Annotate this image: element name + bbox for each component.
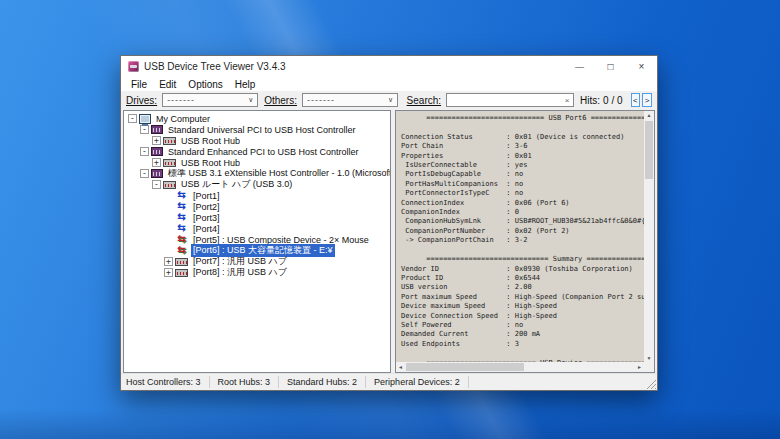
scroll-down-icon[interactable]: ▼ [647, 354, 652, 362]
prev-hit-button[interactable]: < [631, 93, 641, 107]
menu-help[interactable]: Help [229, 79, 262, 90]
status-standard-hubs: Standard Hubs: 2 [279, 376, 366, 388]
tree-item[interactable]: ⇆[Port1] [125, 190, 390, 201]
menu-bar: FileEditOptionsHelp [121, 77, 657, 91]
hub-icon [163, 159, 176, 167]
chevron-down-icon: ∨ [248, 96, 257, 104]
scroll-up-icon[interactable]: ▲ [647, 111, 652, 119]
tree-item-label: My Computer [154, 114, 212, 124]
menu-edit[interactable]: Edit [153, 79, 182, 90]
hub-icon [175, 258, 188, 266]
details-panel: ============================ USB Port6 =… [395, 110, 655, 373]
horizontal-scrollbar[interactable]: ◄ ► [396, 362, 644, 372]
tree-item[interactable]: -Standard Universal PCI to USB Host Cont… [125, 124, 390, 135]
hits-label: Hits: [580, 95, 600, 106]
minimize-button[interactable]: — [564, 56, 595, 77]
tree-item[interactable]: -Standard Enhanced PCI to USB Host Contr… [125, 146, 390, 157]
vertical-scroll-thumb[interactable] [645, 121, 653, 179]
status-peripheral-devices: Peripheral Devices: 2 [366, 376, 469, 388]
close-button[interactable]: × [626, 56, 657, 77]
tree-item-label: [Port8] : 汎用 USB ハブ [191, 266, 289, 279]
expand-icon[interactable]: + [152, 136, 161, 145]
window-title: USB Device Tree Viewer V3.4.3 [144, 61, 286, 72]
desktop-wallpaper: USB Device Tree Viewer V3.4.3 — □ × File… [0, 0, 780, 439]
hub-icon [163, 137, 176, 145]
tree-item[interactable]: +USB Root Hub [125, 135, 390, 146]
expand-icon[interactable]: + [164, 268, 173, 277]
drives-value: ------- [167, 95, 195, 105]
scrollbar-corner [644, 362, 654, 372]
collapse-icon[interactable]: - [140, 125, 149, 134]
tree-item-label: USB Root Hub [179, 158, 242, 168]
computer-icon [139, 114, 151, 124]
next-hit-button[interactable]: > [642, 93, 652, 107]
maximize-button[interactable]: □ [595, 56, 626, 77]
port-connected-icon: ⇆ [175, 245, 188, 256]
others-label: Others: [264, 95, 297, 106]
tree-item-label: [Port2] [191, 202, 222, 212]
others-value: ------- [307, 95, 335, 105]
tree-item-label: Standard Universal PCI to USB Host Contr… [166, 125, 358, 135]
tree-item-label: [Port4] [191, 224, 222, 234]
main-content: -My Computer-Standard Universal PCI to U… [123, 110, 655, 373]
clear-search-icon[interactable]: × [561, 96, 573, 105]
window-controls: — □ × [564, 56, 657, 77]
search-label: Search: [407, 95, 441, 106]
tree-item[interactable]: ⇆[Port2] [125, 201, 390, 212]
tree-item[interactable]: -USB ルート ハブ (USB 3.0) [125, 179, 390, 190]
controller-icon [151, 125, 163, 134]
collapse-icon[interactable]: - [128, 114, 137, 123]
vertical-scrollbar[interactable]: ▲ ▼ [644, 111, 654, 362]
horizontal-scroll-thumb[interactable] [406, 363, 524, 371]
tree-item[interactable]: ⇆[Port4] [125, 223, 390, 234]
expand-icon[interactable]: + [164, 257, 173, 266]
menu-file[interactable]: File [125, 79, 153, 90]
tree-item-label: [Port1] [191, 191, 222, 201]
app-icon [128, 61, 139, 72]
tree-item[interactable]: +[Port8] : 汎用 USB ハブ [125, 267, 390, 278]
scroll-right-icon[interactable]: ► [635, 364, 644, 370]
tree-item-label: Standard Enhanced PCI to USB Host Contro… [166, 147, 361, 157]
app-window: USB Device Tree Viewer V3.4.3 — □ × File… [120, 55, 658, 391]
details-text: ============================ USB Port6 =… [396, 111, 644, 362]
title-bar[interactable]: USB Device Tree Viewer V3.4.3 — □ × [121, 56, 657, 77]
hub-icon [175, 269, 188, 277]
tree-item-label: [Port5] : USB Composite Device - 2× Mous… [191, 235, 371, 245]
controller-icon [151, 169, 163, 178]
hits-value: 0 / 0 [603, 95, 622, 106]
drives-combobox[interactable]: ------- ∨ [162, 93, 258, 107]
status-host-controllers: Host Controllers: 3 [121, 376, 210, 388]
tree-item-label: [Port3] [191, 213, 222, 223]
others-combobox[interactable]: ------- ∨ [302, 93, 398, 107]
tree-item-label: USB ルート ハブ (USB 3.0) [179, 178, 294, 191]
device-tree: -My Computer-Standard Universal PCI to U… [123, 110, 391, 373]
collapse-icon[interactable]: - [152, 180, 161, 189]
expand-icon[interactable]: + [152, 158, 161, 167]
status-root-hubs: Root Hubs: 3 [210, 376, 280, 388]
menu-options[interactable]: Options [182, 79, 228, 90]
search-box: × [446, 93, 574, 107]
hub-icon [163, 181, 176, 189]
drives-label: Drives: [126, 95, 157, 106]
search-input[interactable] [447, 94, 561, 106]
tree-item-label: USB Root Hub [179, 136, 242, 146]
toolbar: Drives: ------- ∨ Others: ------- ∨ Sear… [121, 91, 657, 109]
controller-icon [151, 147, 163, 156]
status-bar: Host Controllers: 3Root Hubs: 3Standard … [121, 373, 657, 390]
collapse-icon[interactable]: - [140, 169, 149, 178]
tree-item[interactable]: ⇆[Port3] [125, 212, 390, 223]
tree-item[interactable]: -My Computer [125, 113, 390, 124]
chevron-down-icon: ∨ [388, 96, 397, 104]
resize-grip[interactable] [646, 379, 656, 389]
scroll-left-icon[interactable]: ◄ [396, 364, 405, 370]
collapse-icon[interactable]: - [140, 147, 149, 156]
